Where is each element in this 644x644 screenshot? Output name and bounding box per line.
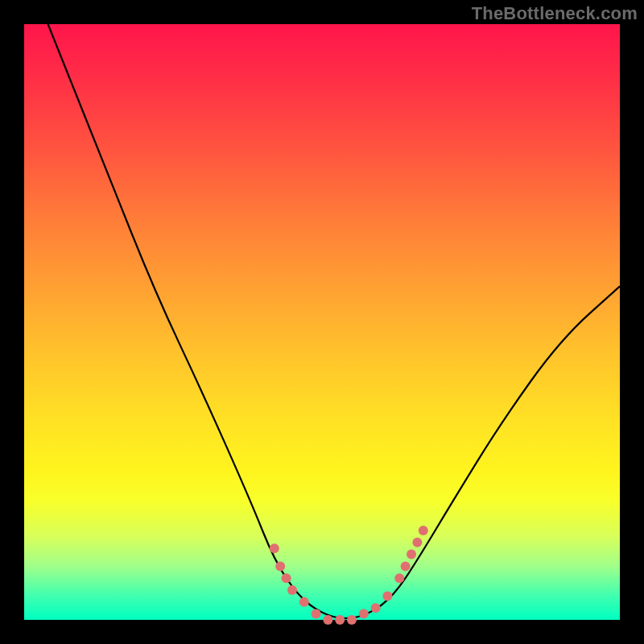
marker-dot	[382, 591, 392, 601]
marker-dot	[312, 609, 321, 619]
marker-dot	[323, 615, 332, 625]
bottleneck-curve	[48, 24, 620, 618]
marker-dot	[401, 561, 411, 571]
marker-group	[270, 526, 428, 625]
marker-dot	[359, 609, 369, 619]
marker-dot	[412, 538, 422, 547]
marker-dot	[275, 561, 285, 571]
plot-area	[24, 24, 620, 620]
chart-frame: TheBottleneck.com	[0, 0, 644, 644]
watermark-text: TheBottleneck.com	[472, 3, 638, 24]
marker-dot	[394, 573, 404, 583]
marker-dot	[299, 597, 309, 607]
marker-dot	[419, 526, 428, 535]
marker-dot	[270, 543, 279, 553]
marker-dot	[335, 615, 345, 625]
marker-dot	[347, 615, 357, 625]
marker-dot	[371, 603, 381, 613]
marker-dot	[282, 573, 291, 583]
chart-svg	[24, 24, 620, 620]
marker-dot	[287, 585, 297, 595]
marker-dot	[407, 550, 416, 559]
